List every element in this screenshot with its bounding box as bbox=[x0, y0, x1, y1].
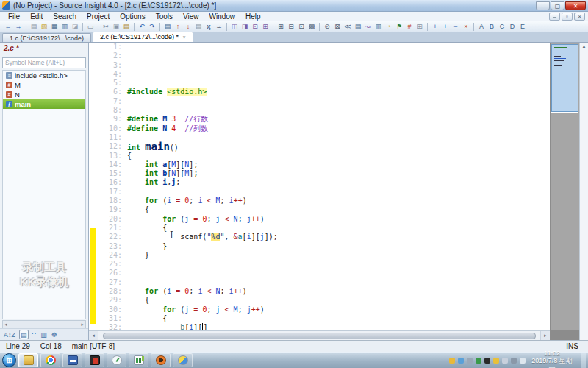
menu-file[interactable]: File bbox=[3, 12, 25, 21]
line-add-button[interactable]: + bbox=[430, 22, 440, 32]
start-button[interactable]: ⊞ bbox=[2, 353, 16, 367]
menu-tools[interactable]: Tools bbox=[151, 12, 178, 21]
group-types-icon[interactable]: ∷ bbox=[32, 330, 37, 339]
compare-button[interactable]: ≃ bbox=[214, 22, 224, 32]
pin-top-button[interactable]: ⊡ bbox=[250, 22, 260, 32]
save-button[interactable]: ▦ bbox=[49, 22, 60, 32]
save-all-button[interactable]: ▥ bbox=[60, 22, 70, 32]
mdi-minimize-button[interactable]: – bbox=[549, 13, 560, 21]
doc-book-icon[interactable]: ▥ bbox=[40, 330, 48, 339]
overview-vscrollbar[interactable] bbox=[550, 43, 579, 340]
close-button[interactable]: ✕ bbox=[565, 1, 586, 10]
code-editor[interactable]: 1:2:3:4:5:6:7:8:9:10:11:12:13:14:15:16:1… bbox=[89, 43, 550, 330]
symbol-settings-icon[interactable]: ☸ bbox=[51, 330, 58, 339]
collapse-button[interactable]: ≪ bbox=[343, 22, 353, 32]
taskbar-app-benchmark[interactable] bbox=[85, 353, 104, 367]
erase-button[interactable]: ◪ bbox=[70, 22, 80, 32]
menu-project[interactable]: Project bbox=[82, 12, 115, 21]
tray-icon-8[interactable] bbox=[511, 358, 517, 364]
tray-icon-4[interactable] bbox=[476, 358, 481, 364]
taskbar-app-yellow-blue[interactable] bbox=[173, 353, 193, 367]
jump-up-button[interactable]: ↑ bbox=[173, 22, 183, 32]
bookmark-button[interactable]: ⚑ bbox=[394, 22, 404, 32]
context-window-button[interactable]: ▥ bbox=[373, 22, 384, 32]
paste-button[interactable]: ▤ bbox=[121, 22, 132, 32]
jump-down-button[interactable]: ↓ bbox=[183, 22, 193, 32]
grid-view-button[interactable]: ⊞ bbox=[415, 22, 425, 32]
view-list-icon[interactable]: ▤ bbox=[19, 330, 29, 339]
stop-button[interactable]: ⊘ bbox=[322, 22, 332, 32]
symbol-item-include-stdio-h-[interactable]: ≡include <stdio.h> bbox=[3, 71, 85, 80]
tray-volume[interactable] bbox=[520, 358, 526, 364]
menu-options[interactable]: Options bbox=[115, 12, 150, 21]
sidebar-hscrollbar[interactable]: ◂ ▸ bbox=[2, 320, 86, 328]
new-file-button[interactable]: ▤ bbox=[29, 22, 39, 32]
vscrollbar-thumb-minimap[interactable] bbox=[551, 44, 578, 112]
hscrollbar-thumb[interactable] bbox=[103, 333, 536, 339]
tile-wide-button[interactable]: ⊟ bbox=[286, 22, 296, 32]
taskbar-app-vmware[interactable] bbox=[62, 353, 82, 367]
style-d-button[interactable]: D bbox=[507, 22, 517, 32]
menu-search[interactable]: Search bbox=[48, 12, 82, 21]
cascade-button[interactable]: ▩ bbox=[306, 22, 317, 32]
open-file-button[interactable]: ▧ bbox=[39, 22, 49, 32]
tile-grid-button[interactable]: ⊞ bbox=[276, 22, 286, 32]
maximize-button[interactable]: ▢ bbox=[551, 1, 564, 10]
taskbar-clock[interactable]: 11:02 2019/7/8 星期一 bbox=[528, 350, 576, 368]
doc-list-button[interactable]: ▤ bbox=[193, 22, 204, 32]
relation-window-button[interactable]: ↝ bbox=[363, 22, 373, 32]
style-b-button[interactable]: B bbox=[487, 22, 497, 32]
browse-button[interactable]: ◔ bbox=[384, 22, 394, 32]
tray-icon-7[interactable] bbox=[502, 358, 508, 364]
pin-right-button[interactable]: ◨ bbox=[240, 22, 250, 32]
scroll-right-icon[interactable]: ▸ bbox=[540, 331, 550, 340]
back-button[interactable]: ← bbox=[3, 22, 13, 32]
tray-icon-1[interactable] bbox=[449, 358, 455, 364]
open-doc-button[interactable]: ▤ bbox=[162, 22, 173, 32]
print-button[interactable]: ▭ bbox=[85, 22, 96, 32]
undo-button[interactable]: ↶ bbox=[137, 22, 147, 32]
sort-alpha-icon[interactable]: A↕Z bbox=[3, 330, 16, 339]
taskbar-app-monitor-chart[interactable] bbox=[129, 353, 148, 367]
taskbar-app-explorer[interactable] bbox=[18, 353, 38, 367]
xref-button[interactable]: ϗ bbox=[204, 22, 214, 32]
zoom-selection-button[interactable]: ⊠ bbox=[332, 22, 343, 32]
file-tab-1[interactable]: 1.c (E:\CS19172\...\code) bbox=[2, 33, 91, 42]
symbol-item-m[interactable]: #M bbox=[3, 80, 85, 90]
hash-browse-button[interactable]: # bbox=[404, 22, 415, 32]
show-desktop-button[interactable] bbox=[581, 353, 586, 368]
tray-icon-2[interactable] bbox=[458, 358, 464, 364]
tray-icon-6[interactable] bbox=[493, 358, 499, 364]
redo-button[interactable]: ↷ bbox=[147, 22, 157, 32]
code-text[interactable]: I #include <stdio.h> #define M 3 //行数#de… bbox=[127, 43, 550, 330]
taskbar-app-chrome[interactable] bbox=[40, 353, 60, 367]
tray-icon-5[interactable] bbox=[484, 358, 490, 364]
copy-button[interactable]: ▣ bbox=[111, 22, 121, 32]
symbol-item-n[interactable]: #N bbox=[3, 90, 85, 99]
menu-help[interactable]: Help bbox=[240, 12, 266, 21]
scroll-left-icon[interactable]: ◂ bbox=[4, 322, 7, 328]
style-e-button[interactable]: E bbox=[517, 22, 528, 32]
scroll-left-icon[interactable]: ◂ bbox=[89, 331, 98, 340]
taskbar-app-orange[interactable] bbox=[151, 353, 171, 367]
file-tab-2[interactable]: 2.c (E:\CS19172\...\code) *× bbox=[93, 32, 193, 42]
tray-icon-3[interactable] bbox=[467, 358, 473, 364]
menu-window[interactable]: Window bbox=[204, 12, 241, 21]
taskbar-app-gauge[interactable] bbox=[107, 353, 126, 367]
symbol-window-button[interactable]: ▤ bbox=[353, 22, 363, 32]
tile-tall-button[interactable]: ⊡ bbox=[296, 22, 306, 32]
forward-button[interactable]: → bbox=[13, 22, 24, 32]
style-c-button[interactable]: C bbox=[497, 22, 507, 32]
editor-hscrollbar[interactable]: ◂ ▸ bbox=[89, 330, 550, 340]
cut-button[interactable]: ✂ bbox=[101, 22, 111, 32]
pin-new-button[interactable]: ⊞ bbox=[260, 22, 270, 32]
pin-left-button[interactable]: ◫ bbox=[229, 22, 240, 32]
line-insert-button[interactable]: + bbox=[440, 22, 451, 32]
symbol-search-input[interactable] bbox=[2, 57, 86, 68]
menu-edit[interactable]: Edit bbox=[25, 12, 48, 21]
menu-view[interactable]: View bbox=[178, 12, 204, 21]
mdi-restore-button[interactable]: ▫ bbox=[562, 13, 573, 21]
style-a-button[interactable]: A bbox=[476, 22, 487, 32]
symbol-item-main[interactable]: ƒmain bbox=[3, 99, 85, 109]
tab-close-icon[interactable]: × bbox=[182, 34, 186, 40]
